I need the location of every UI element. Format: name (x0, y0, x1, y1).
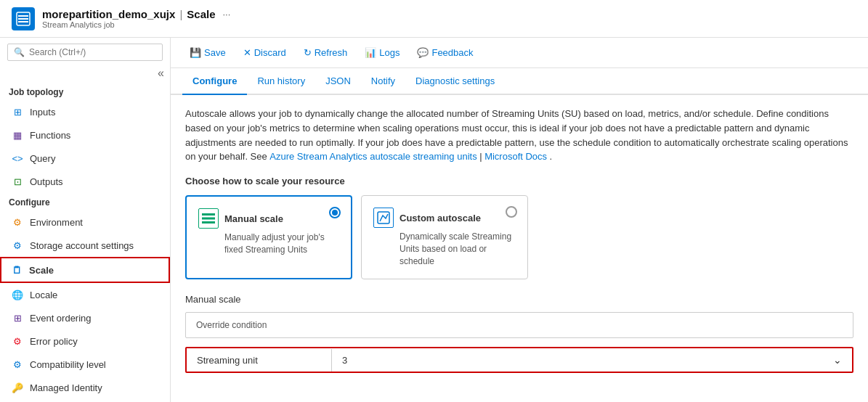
discard-button[interactable]: ✕ Discard (236, 44, 293, 62)
manual-scale-radio[interactable] (329, 207, 341, 218)
override-box: Override condition (185, 312, 853, 338)
save-icon: 💾 (190, 47, 201, 58)
sidebar-label-managed-identity: Managed Identity (30, 382, 102, 393)
sidebar-label-query: Query (30, 153, 55, 164)
sidebar-label-outputs: Outputs (30, 176, 63, 187)
tab-configure[interactable]: Configure (182, 68, 247, 95)
storage-icon: ⚙ (11, 239, 24, 252)
sidebar-label-compatibility: Compatibility level (30, 359, 106, 370)
tab-notify[interactable]: Notify (361, 68, 405, 95)
section-configure: Configure (0, 193, 170, 210)
svg-rect-3 (18, 21, 28, 22)
scale-icon: 🗒 (10, 263, 23, 276)
streaming-unit-label: Streaming unit (187, 349, 332, 372)
sidebar-item-inputs[interactable]: ⊞ Inputs (0, 100, 170, 123)
streaming-unit-value: 3 (342, 355, 347, 366)
environment-icon: ⚙ (11, 216, 24, 229)
search-icon: 🔍 (14, 47, 25, 57)
autoscale-icon (373, 208, 394, 228)
streaming-unit-select[interactable]: 3 ⌄ (332, 348, 852, 372)
autoscale-desc: Dynamically scale Streaming Units based … (399, 231, 516, 267)
svg-rect-6 (202, 221, 215, 223)
search-box[interactable]: 🔍 (7, 44, 163, 61)
sidebar-label-error-policy: Error policy (30, 336, 78, 347)
resource-name: morepartition_demo_xujx (42, 8, 175, 20)
autoscale-radio[interactable] (506, 206, 517, 218)
main-container: 🔍 « Job topology ⊞ Inputs ▦ Functions <>… (0, 38, 868, 402)
autoscale-card-header: Custom autoscale (373, 208, 516, 228)
autoscale-link[interactable]: Azure Stream Analytics autoscale streami… (269, 151, 476, 162)
compat-icon: ⚙ (11, 358, 24, 371)
tabs-bar: Configure Run history JSON Notify Diagno… (171, 68, 868, 95)
event-icon: ⊞ (11, 311, 24, 324)
docs-link[interactable]: Microsoft Docs (484, 151, 547, 162)
refresh-button[interactable]: ↻ Refresh (296, 44, 355, 62)
sidebar-collapse: « (0, 67, 170, 83)
app-header: morepartition_demo_xujx | Scale ··· Stre… (0, 0, 868, 38)
sidebar-label-scale: Scale (29, 265, 54, 276)
sidebar-label-functions: Functions (30, 130, 70, 141)
manual-scale-title: Manual scale (224, 213, 283, 224)
tab-diagnostic[interactable]: Diagnostic settings (405, 68, 505, 95)
sidebar-item-scale[interactable]: 🗒 Scale (0, 257, 170, 283)
save-button[interactable]: 💾 Save (182, 44, 233, 62)
outputs-icon: ⊡ (11, 175, 24, 188)
sidebar-label-inputs: Inputs (30, 107, 55, 118)
streaming-unit-row: Streaming unit 3 ⌄ (185, 347, 853, 373)
toolbar: 💾 Save ✕ Discard ↻ Refresh 📊 Logs 💬 Feed… (171, 38, 868, 68)
svg-rect-1 (18, 18, 28, 20)
manual-card-header: Manual scale (198, 208, 339, 229)
sidebar-item-managed-identity[interactable]: 🔑 Managed Identity (0, 376, 170, 399)
managed-icon: 🔑 (11, 381, 24, 394)
functions-icon: ▦ (11, 128, 24, 141)
query-icon: <> (11, 152, 24, 165)
content-scroll: Autoscale allows your job to dynamically… (171, 95, 868, 402)
sidebar-label-event-ordering: Event ordering (30, 313, 92, 324)
page-title: Scale (187, 8, 215, 20)
sidebar-item-compatibility[interactable]: ⚙ Compatibility level (0, 353, 170, 376)
autoscale-title: Custom autoscale (399, 213, 481, 223)
override-label: Override condition (196, 320, 843, 330)
sidebar: 🔍 « Job topology ⊞ Inputs ▦ Functions <>… (0, 38, 171, 402)
discard-icon: ✕ (243, 47, 251, 58)
header-info: morepartition_demo_xujx | Scale ··· Stre… (42, 8, 230, 29)
resource-subtitle: Stream Analytics job (42, 20, 230, 29)
info-paragraph: Autoscale allows your job to dynamically… (185, 107, 853, 164)
sidebar-item-outputs[interactable]: ⊡ Outputs (0, 170, 170, 193)
chevron-down-icon: ⌄ (833, 354, 842, 366)
sidebar-label-locale: Locale (30, 290, 57, 300)
tab-json[interactable]: JSON (315, 68, 361, 95)
content-area: 💾 Save ✕ Discard ↻ Refresh 📊 Logs 💬 Feed… (171, 38, 868, 402)
sidebar-item-storage[interactable]: ⚙ Storage account settings (0, 234, 170, 257)
svg-rect-4 (202, 213, 215, 216)
svg-rect-7 (378, 212, 389, 223)
feedback-button[interactable]: 💬 Feedback (410, 44, 480, 62)
sidebar-item-event-ordering[interactable]: ⊞ Event ordering (0, 306, 170, 329)
sidebar-item-error-policy[interactable]: ⚙ Error policy (0, 329, 170, 353)
header-separator: | (179, 8, 182, 20)
app-icon (12, 7, 35, 30)
manual-radio-circle (329, 207, 341, 218)
autoscale-card[interactable]: Custom autoscale Dynamically scale Strea… (361, 195, 528, 279)
logs-icon: 📊 (365, 47, 376, 58)
more-options[interactable]: ··· (223, 9, 231, 20)
error-icon: ⚙ (11, 335, 24, 348)
feedback-icon: 💬 (417, 47, 429, 58)
manual-scale-card[interactable]: Manual scale Manually adjust your job's … (185, 195, 352, 279)
sidebar-item-functions[interactable]: ▦ Functions (0, 123, 170, 147)
tab-run-history[interactable]: Run history (247, 68, 315, 95)
inputs-icon: ⊞ (11, 105, 24, 118)
section-job-topology: Job topology (0, 83, 170, 100)
sidebar-item-locale[interactable]: 🌐 Locale (0, 283, 170, 306)
svg-rect-5 (202, 218, 215, 220)
sidebar-label-storage: Storage account settings (30, 240, 134, 251)
collapse-button[interactable]: « (158, 67, 164, 80)
search-input[interactable] (29, 47, 156, 57)
sidebar-item-environment[interactable]: ⚙ Environment (0, 210, 170, 234)
logs-button[interactable]: 📊 Logs (357, 44, 407, 62)
manual-scale-desc: Manually adjust your job's fixed Streami… (224, 231, 339, 256)
sidebar-item-query[interactable]: <> Query (0, 147, 170, 170)
refresh-icon: ↻ (304, 47, 312, 58)
choose-scale-title: Choose how to scale your resource (185, 176, 853, 186)
locale-icon: 🌐 (11, 288, 24, 301)
